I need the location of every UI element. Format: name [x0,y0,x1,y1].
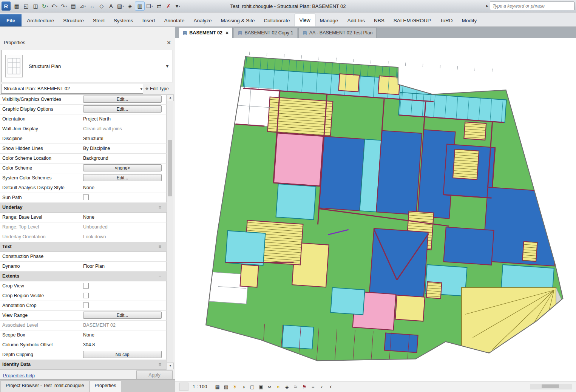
checkbox[interactable] [83,194,89,200]
ribbon-tab-view[interactable]: View [295,14,315,26]
property-value[interactable]: Structural [81,134,167,144]
view-tab-basement-02[interactable]: ▤BASEMENT 02× [179,27,233,38]
menu-grid-icon[interactable]: ▦ [12,2,21,10]
property-button-view-range[interactable]: Edit... [83,312,162,319]
ribbon-tab-manage[interactable]: Manage [315,14,343,26]
scroll-down-icon[interactable]: ▼ [167,363,174,369]
checkbox[interactable] [83,293,89,298]
property-value[interactable]: Clean all wall joins [81,124,167,134]
property-value[interactable]: BASEMENT 02 [81,321,167,330]
default-3d-view-icon[interactable]: ▧ [116,2,125,10]
chevron-down-icon[interactable]: ▼ [165,63,170,69]
view-tab-aa-basement-02-test-plan[interactable]: ▤AA - BASEMENT 02 Test Plan [298,27,377,38]
property-value[interactable]: <none> [81,164,167,173]
section-header-text[interactable]: Text≡ [0,242,167,252]
property-button-graphic-display-options[interactable]: Edit... [83,105,162,113]
instance-selector[interactable]: Structural Plan: BASEMENT 02 ▾ [1,84,145,94]
open-icon[interactable]: ◱ [22,2,31,10]
section-header-extents[interactable]: Extents≡ [0,272,167,281]
ribbon-tab-annotate[interactable]: Annotate [159,14,189,26]
property-value[interactable] [81,252,167,261]
detail-level-icon[interactable]: ▦ [213,383,221,391]
property-value[interactable]: No clip [81,350,167,360]
property-button-depth-clipping[interactable]: No clip [83,351,162,358]
properties-scrollbar[interactable]: ▲ ▼ [167,94,173,369]
ribbon-tab-systems[interactable]: Systems [109,14,138,26]
ribbon-tab-tord[interactable]: ToRD [435,14,457,26]
property-value[interactable]: Floor Plan [81,262,167,271]
visual-style-icon[interactable]: ▧ [222,383,230,391]
crop-view-icon[interactable]: ▢ [248,383,256,391]
reveal-hidden-elements-icon[interactable]: ¤ [274,383,282,391]
properties-help-link[interactable]: Properties help [3,373,35,378]
print-icon[interactable]: ▤ [69,2,78,10]
apply-button[interactable]: Apply [136,370,173,380]
property-value[interactable]: 304.8 [81,340,167,350]
temporary-view-properties-icon[interactable]: ◈ [283,383,291,391]
property-value[interactable]: Edit... [81,95,167,104]
ribbon-tab-modify[interactable]: Modify [457,14,481,26]
synchronize-icon[interactable]: ↻ [40,2,49,10]
drawing-area[interactable] [175,38,576,381]
property-value[interactable] [81,193,167,202]
model-text-icon[interactable]: A [107,2,116,10]
shadows-icon[interactable]: ◑ [239,383,247,391]
property-button-system-color-schemes[interactable]: Edit... [83,174,162,181]
ribbon-tab-insert[interactable]: Insert [138,14,160,26]
close-inactive-views-icon[interactable]: ✗ [164,2,173,10]
horizontal-scrollbar-thumb[interactable] [542,384,559,388]
property-value[interactable]: Edit... [81,105,167,114]
property-value[interactable] [81,281,167,291]
property-value[interactable]: None [81,330,167,340]
property-value[interactable]: Look down [81,232,167,242]
ribbon-tab-steel[interactable]: Steel [88,14,109,26]
property-button-visibility-graphics-overrides[interactable]: Edit... [83,96,162,103]
thin-lines-icon[interactable]: ▥ [135,2,145,11]
checkbox[interactable] [83,283,89,289]
property-value[interactable] [81,301,167,310]
customize-quick-access-icon[interactable]: ▾ [173,2,182,10]
temporary-hide-isolate-icon[interactable]: ∞ [266,383,273,391]
property-value[interactable]: Background [81,154,167,163]
ribbon-tab-analyze[interactable]: Analyze [189,14,216,26]
property-value[interactable]: Unbounded [81,222,167,232]
undo-icon[interactable]: ↶ [50,2,59,10]
close-icon[interactable]: × [225,30,229,36]
checkbox[interactable] [83,302,89,308]
property-value[interactable]: By Discipline [81,144,167,153]
section-header-underlay[interactable]: Underlay≡ [0,203,167,213]
scrollbar-thumb[interactable] [168,140,172,196]
edit-type-button[interactable]: ❖ Edit Type [143,84,173,94]
show-analytical-model-icon[interactable]: ≋ [292,383,300,391]
ribbon-tab-collaborate[interactable]: Collaborate [259,14,295,26]
tag-by-category-icon[interactable]: ◇ [97,2,106,10]
redo-icon[interactable]: ↷ [59,2,68,10]
close-icon[interactable]: ✕ [167,40,171,46]
floor-plan[interactable] [175,38,576,381]
bottom-tab-project-browser-test-rohit-chougule[interactable]: Project Browser - Test_rohit.chougule [1,381,89,392]
property-value[interactable]: None [81,183,167,193]
horizontal-scrollbar[interactable] [530,384,572,389]
save-icon[interactable]: ◫ [31,2,40,10]
previous-pan-icon[interactable]: ‹ [327,383,335,391]
ribbon-tab-massing-site[interactable]: Massing & Site [216,14,259,26]
property-value[interactable]: None [81,213,167,222]
ribbon-tab-file[interactable]: File [0,14,22,26]
reveal-constraints-icon[interactable]: ⚑ [300,383,308,391]
bottom-tab-properties[interactable]: Properties [90,381,121,392]
scroll-up-icon[interactable]: ▲ [167,94,174,101]
ribbon-tab-architecture[interactable]: Architecture [22,14,59,26]
search-expand-icon[interactable]: ▸ [486,3,488,8]
property-value[interactable]: Edit... [81,311,167,320]
aligned-dimension-icon[interactable]: ↔ [88,2,97,10]
ribbon-tab-salem-group[interactable]: SALEM GROUP [389,14,435,26]
transfer-project-standards-icon[interactable]: ⇄ [154,2,164,10]
ribbon-tab-add-ins[interactable]: Add-Ins [343,14,369,26]
section-icon[interactable]: ◈ [125,2,134,10]
show-crop-region-icon[interactable]: ▣ [257,383,265,391]
property-value[interactable]: Edit... [81,173,167,183]
search-input[interactable] [490,2,574,10]
worksharing-display-icon[interactable]: ≡ [309,383,317,391]
ribbon-tab-structure[interactable]: Structure [59,14,88,26]
previous-pan-zoom-icon[interactable]: ‹ [318,383,326,391]
